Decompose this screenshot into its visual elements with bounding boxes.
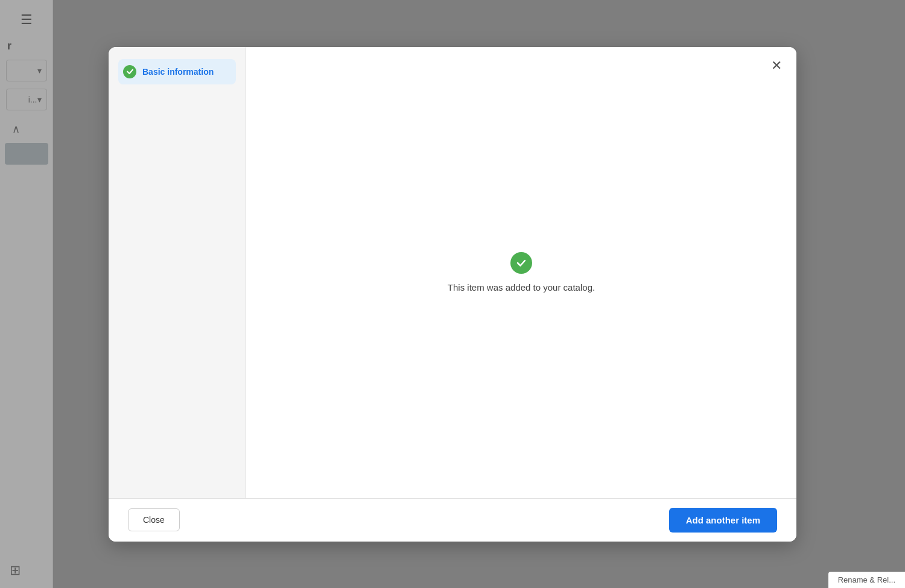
success-area: This item was added to your catalog. (448, 252, 595, 292)
step-basic-information[interactable]: Basic information (118, 59, 236, 84)
step-check-icon (123, 65, 136, 78)
add-another-item-button[interactable]: Add another item (669, 508, 777, 533)
step-label: Basic information (142, 67, 214, 77)
modal-dialog: Basic information ✕ This item was added … (109, 47, 796, 542)
close-button[interactable]: Close (128, 508, 180, 531)
success-icon (510, 252, 532, 274)
modal-body: Basic information ✕ This item was added … (109, 47, 796, 498)
success-message: This item was added to your catalog. (448, 282, 595, 292)
modal-overlay: Basic information ✕ This item was added … (0, 0, 905, 588)
modal-close-button[interactable]: ✕ (769, 57, 784, 75)
modal-footer: Close Add another item (109, 498, 796, 542)
modal-right-panel: ✕ This item was added to your catalog. (246, 47, 796, 498)
bottom-right-label: Rename & Rel... (828, 572, 905, 588)
modal-left-panel: Basic information (109, 47, 246, 498)
